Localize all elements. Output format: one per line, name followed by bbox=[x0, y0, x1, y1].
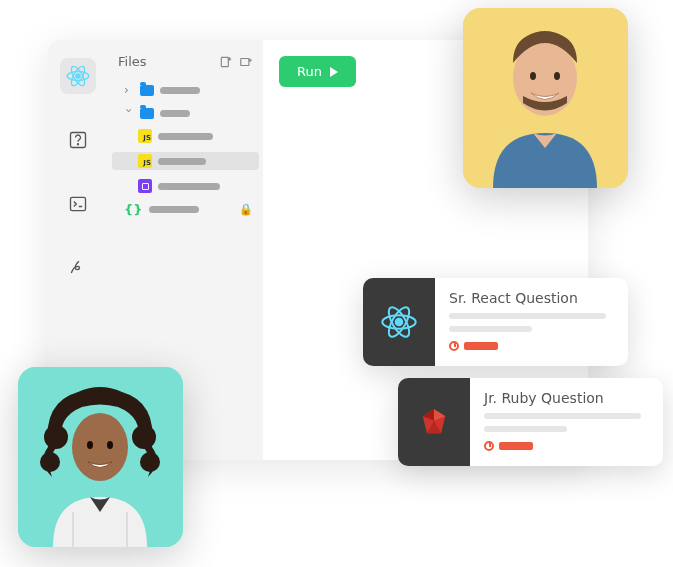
file-placeholder bbox=[158, 183, 220, 190]
svg-point-16 bbox=[132, 425, 156, 449]
run-button[interactable]: Run bbox=[279, 56, 356, 87]
js-icon: JS bbox=[138, 154, 152, 168]
file-placeholder bbox=[160, 110, 190, 117]
duration-tag bbox=[499, 442, 533, 450]
file-row[interactable] bbox=[118, 179, 253, 193]
svg-rect-6 bbox=[71, 197, 86, 210]
new-file-icon[interactable] bbox=[219, 55, 233, 69]
clock-icon bbox=[484, 441, 494, 451]
new-folder-icon[interactable] bbox=[239, 55, 253, 69]
file-placeholder bbox=[160, 87, 200, 94]
svg-point-15 bbox=[44, 425, 68, 449]
file-tree: › › JS JS {}🔒 bbox=[118, 83, 253, 217]
svg-point-12 bbox=[554, 72, 560, 80]
svg-point-5 bbox=[78, 144, 79, 145]
file-placeholder bbox=[158, 158, 206, 165]
rail-terminal-icon[interactable] bbox=[60, 186, 96, 222]
question-card[interactable]: Sr. React Question bbox=[363, 278, 628, 366]
text-placeholder bbox=[484, 413, 641, 419]
svg-rect-8 bbox=[241, 58, 249, 65]
file-row[interactable]: {}🔒 bbox=[118, 202, 253, 217]
folder-icon bbox=[140, 85, 154, 96]
svg-point-20 bbox=[107, 441, 113, 449]
file-row[interactable]: JS bbox=[118, 129, 253, 143]
file-row-selected[interactable]: JS bbox=[112, 152, 259, 170]
css-icon bbox=[138, 179, 152, 193]
clock-icon bbox=[449, 341, 459, 351]
svg-point-0 bbox=[76, 74, 80, 78]
js-icon: JS bbox=[138, 129, 152, 143]
json-icon: {} bbox=[124, 202, 143, 217]
card-icon-area bbox=[363, 278, 435, 366]
rail-react-icon[interactable] bbox=[60, 58, 96, 94]
avatar-top bbox=[463, 8, 628, 188]
card-title: Sr. React Question bbox=[449, 290, 614, 306]
svg-point-11 bbox=[530, 72, 536, 80]
play-icon bbox=[330, 67, 338, 77]
text-placeholder bbox=[484, 426, 567, 432]
card-title: Jr. Ruby Question bbox=[484, 390, 649, 406]
svg-point-17 bbox=[40, 452, 60, 472]
svg-point-18 bbox=[140, 452, 160, 472]
rail-help-icon[interactable] bbox=[60, 122, 96, 158]
folder-icon bbox=[140, 108, 154, 119]
ruby-icon bbox=[417, 405, 451, 439]
run-label: Run bbox=[297, 64, 322, 79]
avatar-bottom bbox=[18, 367, 183, 547]
folder-row[interactable]: › bbox=[118, 83, 253, 97]
folder-row[interactable]: › bbox=[118, 106, 253, 120]
react-icon bbox=[379, 302, 419, 342]
file-placeholder bbox=[158, 133, 213, 140]
lock-icon: 🔒 bbox=[239, 203, 253, 216]
card-icon-area bbox=[398, 378, 470, 466]
rail-draw-icon[interactable] bbox=[60, 250, 96, 286]
file-placeholder bbox=[149, 206, 199, 213]
svg-point-14 bbox=[72, 413, 128, 481]
svg-point-21 bbox=[396, 319, 403, 326]
text-placeholder bbox=[449, 326, 532, 332]
duration-tag bbox=[464, 342, 498, 350]
files-label: Files bbox=[118, 54, 147, 69]
question-card[interactable]: Jr. Ruby Question bbox=[398, 378, 663, 466]
svg-point-19 bbox=[87, 441, 93, 449]
svg-rect-7 bbox=[221, 57, 228, 66]
text-placeholder bbox=[449, 313, 606, 319]
